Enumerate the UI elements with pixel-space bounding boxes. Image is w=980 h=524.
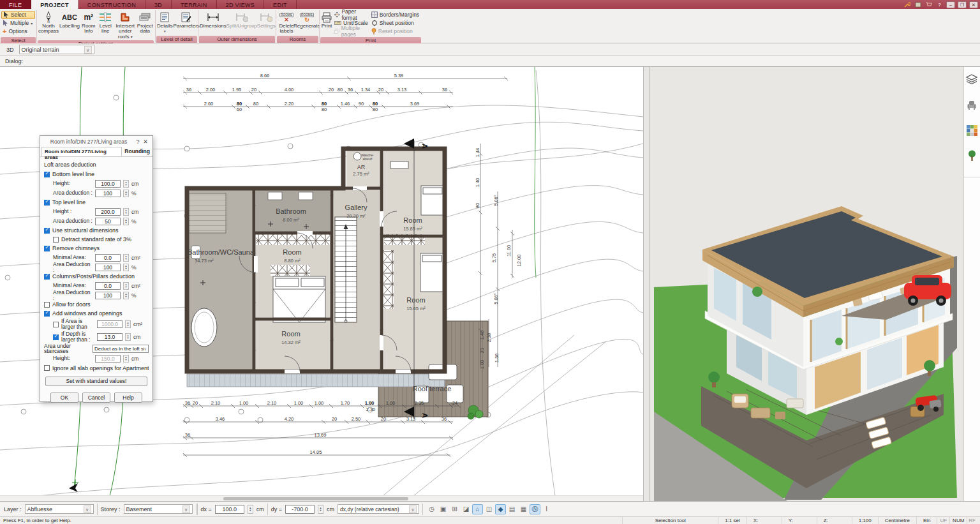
printer-preview-icon[interactable]: ⊞ (449, 504, 460, 514)
dialog-close-button[interactable]: ✕ (142, 138, 149, 145)
status-scale[interactable]: 1:100 (852, 517, 878, 524)
terrain-select[interactable]: Original terrain ∨ (19, 45, 94, 54)
if-depth-checkbox[interactable] (53, 334, 59, 340)
layer-dropdown[interactable]: Abfluesse∨ (25, 504, 94, 514)
scrollbar-thumb[interactable] (223, 497, 408, 500)
terrain-view-icon[interactable]: ⌂ (472, 504, 483, 514)
top-level-checkbox[interactable] (44, 200, 50, 206)
outer-dim-settings-button[interactable]: Settings (257, 10, 276, 29)
spinner[interactable]: ▲▼ (125, 320, 131, 328)
texture-view-icon[interactable]: ◫ (484, 504, 494, 514)
room-info-button[interactable]: m² Room Info (80, 10, 97, 34)
tab-project[interactable]: PROJECT (31, 0, 78, 9)
regenerate-button[interactable]: ROOMS ↻ Regenerate (296, 10, 318, 29)
level-line-button[interactable]: Level line (98, 10, 114, 34)
set-standard-values-button[interactable]: Set with standard values! (45, 377, 147, 386)
dialog-help-button[interactable]: ? (134, 138, 142, 145)
spinner[interactable]: ▲▼ (123, 264, 129, 271)
delete-labels-button[interactable]: ROOMS ✕ Delete labels (278, 10, 295, 34)
dx-input[interactable]: 100.0 (215, 505, 244, 514)
north-compass-button[interactable]: N North compass (38, 10, 59, 34)
spinner[interactable]: ▲▼ (123, 190, 129, 197)
render-3d-canvas[interactable] (650, 67, 963, 501)
tab-rounding[interactable]: Rounding (122, 147, 152, 156)
tab-terrain[interactable]: TERRAIN (172, 0, 217, 9)
ignore-slab-checkbox[interactable] (44, 365, 50, 371)
spinner[interactable]: ▲▼ (123, 180, 129, 188)
monitor-icon[interactable]: ▣ (438, 504, 449, 514)
multiple-button[interactable]: Multiple▾ (1, 19, 35, 27)
if-area-checkbox[interactable] (53, 322, 59, 327)
intersect-under-roofs-button[interactable]: Intersert under roofs ▾ (114, 10, 136, 40)
staircases-dropdown[interactable]: Deduct as in the loft stor∨ (93, 345, 149, 353)
chimney-min-input[interactable]: 0.0 (95, 254, 121, 262)
plants-icon[interactable] (964, 147, 979, 164)
status-ein[interactable]: Ein (916, 517, 937, 524)
furniture-icon[interactable] (964, 96, 979, 113)
dx-spinner[interactable]: ▲▼ (248, 505, 253, 514)
package-icon[interactable] (914, 1, 922, 8)
materials-icon[interactable] (964, 122, 979, 138)
columns-checkbox[interactable] (44, 274, 50, 280)
stair-height-input[interactable]: 150.0 (95, 355, 121, 363)
marker-icon[interactable]: ◪ (461, 504, 471, 514)
minimize-button[interactable]: – (946, 1, 955, 8)
detract-checkbox[interactable] (53, 237, 59, 243)
structural-checkbox[interactable] (44, 228, 50, 234)
grid-icon[interactable]: ▦ (518, 504, 529, 514)
borders-margins-button[interactable]: Borders/Margins (370, 11, 420, 19)
wrench-icon[interactable] (903, 1, 911, 8)
dy-spinner[interactable]: ▲▼ (318, 505, 323, 514)
chimney-area-input[interactable]: 100 (95, 264, 121, 271)
isometric-view-icon[interactable]: ◆ (495, 504, 506, 514)
storey-dropdown[interactable]: Basement∨ (124, 504, 193, 514)
cursor-beam-icon[interactable]: I (541, 504, 552, 514)
layers-icon[interactable] (964, 71, 979, 87)
layer-visibility-icon[interactable]: ▤ (507, 504, 517, 514)
select-button[interactable]: Select (1, 11, 35, 19)
tab-construction[interactable]: CONSTRUCTION (78, 0, 145, 9)
windows-checkbox[interactable] (44, 311, 50, 317)
bottom-height-input[interactable]: 100.0 (95, 180, 121, 188)
parameters-button[interactable]: Parameters (173, 10, 199, 29)
clock-icon[interactable]: ◷ (426, 504, 437, 514)
options-button[interactable]: + Options (1, 27, 35, 36)
if-area-input[interactable]: 1000.0 (97, 320, 122, 328)
status-unit[interactable]: Centimetre (878, 517, 916, 524)
tab-edit[interactable]: EDIT (264, 0, 297, 9)
north-arrow-icon[interactable]: Ⓝ (530, 504, 540, 514)
spinner[interactable]: ▲▼ (123, 282, 129, 290)
cancel-button[interactable]: Cancel (82, 393, 110, 403)
spinner[interactable]: ▲▼ (123, 355, 129, 363)
columns-min-input[interactable]: 0.0 (95, 282, 121, 290)
tab-file[interactable]: FILE (0, 0, 31, 9)
ok-button[interactable]: OK (50, 393, 78, 403)
spinner[interactable]: ▲▼ (123, 292, 129, 299)
dialog-titlebar[interactable]: Room info/DIN 277/Living areas ? ✕ (40, 136, 152, 147)
project-data-button[interactable]: Project data (137, 10, 154, 34)
spinner[interactable]: ▲▼ (123, 218, 129, 225)
horizontal-scrollbar[interactable] (0, 495, 643, 501)
columns-area-input[interactable]: 100 (95, 292, 121, 299)
chimneys-checkbox[interactable] (44, 246, 50, 251)
tab-3d[interactable]: 3D (145, 0, 172, 9)
bottom-level-checkbox[interactable] (44, 172, 50, 177)
spinner[interactable]: ▲▼ (123, 254, 129, 262)
top-height-input[interactable]: 200.0 (95, 208, 121, 216)
view-splitter[interactable] (643, 67, 650, 501)
bottom-area-input[interactable]: 100 (95, 190, 121, 197)
print-button[interactable]: Print (321, 10, 332, 29)
spinner[interactable]: ▲▼ (125, 333, 131, 341)
details-button[interactable]: Details ▾ (157, 10, 172, 34)
doors-checkbox[interactable] (44, 302, 50, 308)
reset-position-button[interactable]: Reset position (370, 27, 420, 36)
top-area-input[interactable]: 50 (95, 218, 121, 225)
close-button[interactable]: ✕ (969, 1, 978, 8)
split-ungroup-button[interactable]: Split/Ungroup (227, 10, 256, 29)
tab-room-info[interactable]: Room info/DIN 277/Living areas (41, 147, 122, 156)
cart-icon[interactable] (924, 1, 933, 8)
paper-format-button[interactable]: Paper format (333, 11, 369, 19)
coordinate-mode-dropdown[interactable]: dx,dy (relative cartesian)∨ (338, 504, 419, 514)
multiple-pages-button[interactable]: Multiple pages (333, 27, 369, 36)
dimensions-button[interactable]: Dimensions (200, 10, 226, 29)
